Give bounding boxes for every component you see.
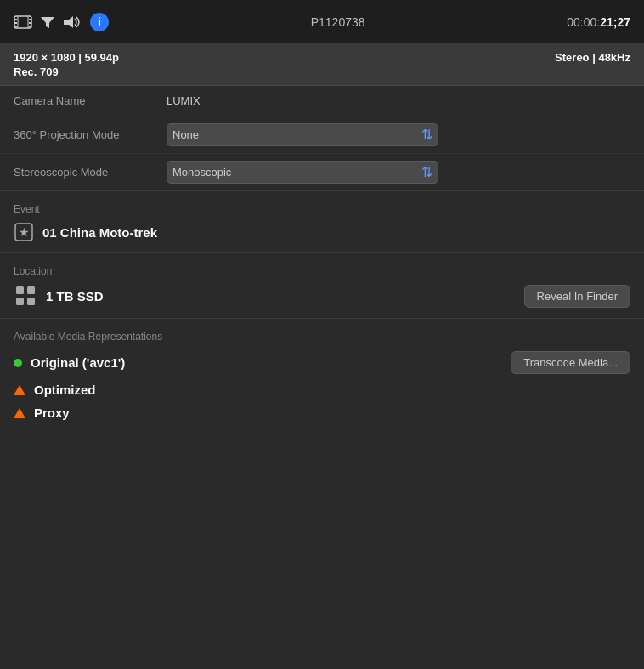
reveal-in-finder-button[interactable]: Reveal In Finder [524,285,630,308]
media-item-original: Original ('avc1') Transcode Media... [14,351,630,374]
timecode: 00:00:21;27 [567,15,630,29]
location-row: 1 TB SSD Reveal In Finder [14,284,630,308]
original-status-dot [14,359,22,367]
location-grid-icon [14,284,37,308]
media-repr-section: Available Media Representations Original… [0,319,644,439]
optimized-name: Optimized [34,383,96,397]
event-name: 01 China Moto-trek [42,225,157,240]
top-bar: i P1120738 00:00:21;27 [0,0,644,44]
top-bar-left: i [14,13,109,31]
svg-marker-10 [64,16,73,28]
filter-icon [41,15,54,29]
svg-text:★: ★ [19,225,30,239]
event-section: Event ★ 01 China Moto-trek [0,191,644,253]
proxy-name: Proxy [34,405,70,420]
media-item-optimized: Optimized [14,383,630,397]
location-section: Location 1 TB SSD Reveal In Finder [0,253,644,319]
media-repr-label: Available Media Representations [14,331,630,343]
360-select-arrow: ⇅ [421,127,432,143]
media-item-optimized-left: Optimized [14,383,96,397]
stereo-select[interactable]: Monoscopic ⇅ [167,161,438,184]
360-label: 360° Projection Mode [14,128,167,141]
resolution-framerate: 1920 × 1080 | 59.94p [14,51,119,64]
colorspace: Rec. 709 [14,65,630,78]
media-item-proxy: Proxy [14,405,630,420]
svg-rect-1 [14,19,17,20]
clip-name: P1120738 [311,15,365,29]
properties-section: Camera Name LUMIX 360° Projection Mode N… [0,86,644,191]
svg-rect-15 [16,298,24,305]
svg-rect-4 [29,19,31,20]
info-bar-row1: 1920 × 1080 | 59.94p Stereo | 48kHz [14,51,630,64]
transcode-media-button[interactable]: Transcode Media... [511,351,630,374]
svg-rect-13 [16,286,24,294]
proxy-status-triangle [14,408,25,418]
audio-icon [63,14,82,30]
svg-rect-5 [29,22,31,24]
property-row-360: 360° Projection Mode None ⇅ [0,116,644,154]
stereo-select-arrow: ⇅ [421,164,432,180]
svg-rect-6 [29,26,31,27]
location-label: Location [14,265,630,277]
svg-marker-9 [41,17,54,28]
svg-rect-16 [27,298,35,305]
camera-name-label: Camera Name [14,94,167,107]
media-item-proxy-left: Proxy [14,405,70,420]
original-name: Original ('avc1') [31,355,125,370]
camera-name-value: LUMIX [167,94,630,107]
event-star-icon: ★ [14,222,34,242]
stereo-label: Stereoscopic Mode [14,166,167,179]
film-icon [14,13,32,31]
event-label: Event [14,203,630,215]
property-row-stereo: Stereoscopic Mode Monoscopic ⇅ [0,154,644,190]
audio-info: Stereo | 48kHz [555,51,630,64]
svg-rect-3 [14,26,17,27]
property-row-camera: Camera Name LUMIX [0,86,644,116]
svg-rect-14 [27,286,35,294]
location-name: 1 TB SSD [46,289,516,303]
event-row: ★ 01 China Moto-trek [14,222,630,242]
info-bar: 1920 × 1080 | 59.94p Stereo | 48kHz Rec.… [0,44,644,86]
optimized-status-triangle [14,385,25,395]
info-icon[interactable]: i [90,13,109,31]
media-item-original-left: Original ('avc1') [14,355,125,370]
svg-rect-2 [14,22,17,24]
360-select[interactable]: None ⇅ [167,123,438,146]
